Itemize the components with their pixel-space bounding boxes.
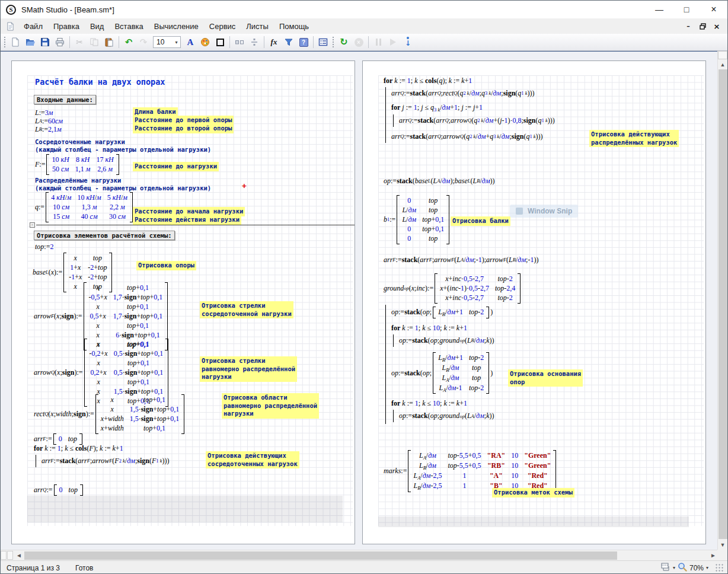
recalculate-button[interactable]: ↻ [337,35,351,49]
mdi-minimize-button[interactable]: – [682,21,694,31]
math-block[interactable]: op := stack(op; LB/дм+1top-2)for k := 1;… [384,303,494,424]
toolbar-grip[interactable] [4,36,7,48]
menu-item-2[interactable]: Вид [85,20,110,33]
chevron-down-icon[interactable]: ▾ [706,565,708,570]
ready-status: Готов [75,564,94,572]
insert-function-button[interactable]: fx [267,35,281,49]
document-icon[interactable] [6,22,15,31]
math-expression[interactable]: marks := LA/дмtop-5,5+0,5"RA"10"Green"LB… [384,450,557,492]
vertical-split-button[interactable] [718,51,727,59]
comment[interactable]: Отрисовка балки [451,216,510,226]
comment[interactable]: Отрисовка стрелкиравномерно распределённ… [200,356,297,382]
horizontal-scrollbar[interactable]: ◄ ► [1,550,719,560]
scroll-down-icon[interactable]: ▼ [718,540,727,550]
font-size-value[interactable]: 10 [154,38,173,46]
paste-button[interactable] [102,35,116,49]
menu-item-6[interactable]: Листы [241,20,274,33]
math-expression[interactable]: b1 := 0topL/дмtopL/дмtop+0,10top+0,10top [384,195,451,244]
resize-grip[interactable] [716,564,724,572]
menu-item-7[interactable]: Помощь [274,20,314,33]
menu-item-1[interactable]: Правка [48,20,85,33]
snap-button[interactable]: ↓ [401,35,415,49]
chevron-down-icon[interactable]: ▾ [673,565,675,570]
print-button[interactable] [53,35,67,49]
toolbar: ✂ ↶ ↷ 10 ▾ A fx ? ↻ × ↓ [1,34,727,51]
math-block[interactable]: for k := 1; k ≤ cols(F); k := k+1arrF :=… [34,444,169,467]
chevron-down-icon[interactable]: ▾ [173,40,180,45]
vertical-scrollbar-thumb[interactable] [719,69,727,539]
menu-item-5[interactable]: Сервис [204,20,241,33]
font-color-icon: A [187,37,194,47]
background-color-button[interactable] [198,35,212,49]
save-button[interactable] [38,35,52,49]
menu-item-4[interactable]: Вычисление [149,20,204,33]
units-toggle-button[interactable] [232,35,247,49]
matrix: LB/дм+1top-2LB/дмtopLA/дмtopLA/дм-1top-2 [433,352,489,394]
zoom-level[interactable]: 70% [689,564,704,572]
close-button[interactable]: × [700,1,727,18]
scroll-left-icon[interactable]: ◄ [14,550,24,560]
math-expression[interactable]: arrQ := 0top [34,484,84,496]
app-logo-icon: S [6,5,16,15]
document-page-1[interactable]: Расчёт балки на двух опорахВходные данны… [11,60,355,544]
math-block[interactable]: for k := 1; k ≤ cols(q); k := k+1arrQ :=… [384,76,555,143]
math-expression[interactable]: arrF := 0top [34,433,84,445]
menu-items: ФайлПравкаВидВставкаВычислениеСервисЛист… [18,20,314,33]
scroll-up-icon[interactable]: ▲ [718,59,727,69]
collapse-separator[interactable]: – [30,222,355,228]
math-expression[interactable]: q := 4 кН/м10 кН/м5 кН/м10 см1,3 м2,2 м1… [35,192,134,222]
mdi-close-button[interactable]: × [711,21,723,31]
page-title[interactable]: Расчёт балки на двух опорах [35,77,165,87]
mdi-restore-button[interactable] [697,21,708,31]
toolbar-grip[interactable] [332,36,335,48]
math-expression[interactable]: top := 2 [35,243,53,251]
comment[interactable]: Отрисовка действующихсосредоточенных наг… [206,451,299,468]
vertical-scrollbar[interactable]: ▲ ▼ [717,51,727,550]
help-box-button[interactable]: ? [296,35,311,49]
section-header[interactable]: Сосредоточенные нагрузки(каждый столбец … [35,138,211,154]
font-size-combobox[interactable]: 10 ▾ [153,36,181,48]
font-color-button[interactable]: A [183,35,197,49]
math-expression[interactable]: L := 3 м [35,109,53,117]
comment[interactable]: Расстояние до нагрузки [133,162,219,171]
screen-snip-ghost: Window Snip [510,205,578,218]
math-expression[interactable]: LA := 60 см [35,117,63,126]
horizontal-split-button[interactable] [1,551,7,560]
comment[interactable]: Отрисовка областиравномерно распределённ… [222,393,319,419]
horizontal-scrollbar-thumb[interactable] [24,551,617,560]
worksheet-canvas[interactable]: Расчёт балки на двух опорахВходные данны… [1,51,728,550]
math-expression[interactable]: LB := 2,1 м [35,125,62,134]
text-label[interactable]: Отрисовка элементов расчётной схемы: [34,231,175,240]
comment[interactable]: Отрисовка действующихраспределённых нагр… [589,130,679,147]
undo-button[interactable]: ↶ [122,35,136,49]
comment[interactable]: Отрисовка основанияопор [508,369,583,387]
math-expression[interactable]: rectQ(x; width; sign) := xtop+0,1x1,5·si… [34,394,186,434]
menu-item-3[interactable]: Вставка [109,20,148,33]
comment[interactable]: Отрисовка стрелкисосредоточенной нагрузк… [200,301,293,318]
math-expression[interactable]: F := 10 кН8 кН17 кН50 см1,1 м2,6 м [35,154,120,175]
comment[interactable]: Отрисовка опоры [136,261,196,270]
open-button[interactable] [23,35,37,49]
math-expression[interactable]: groundop(x; inc) := x+inc·0,5-2,7top-2x+… [384,273,522,304]
section-header[interactable]: Распределённые нагрузки(каждый столбец -… [35,177,211,192]
filter-button[interactable] [282,35,296,49]
text-label[interactable]: Входные данные: [34,95,96,104]
fraction-view-button[interactable] [247,35,261,49]
math-expression[interactable]: op := stack(baseL(LA/дм); baseL(LB/дм)) [384,177,495,186]
border-button[interactable] [213,35,227,49]
new-document-button[interactable] [8,35,23,49]
zoom-magnifier-icon[interactable] [678,562,687,573]
stop-icon: × [355,38,363,47]
description-button[interactable] [316,35,330,49]
redo-button: ↷ [136,35,151,49]
minimize-button[interactable]: — [646,1,673,18]
document-page-2[interactable]: for k := 1; k ≤ cols(q); k := k+1arrQ :=… [362,60,706,544]
comment[interactable]: Расстояние до второй опоры [133,124,234,133]
horizontal-split-button[interactable] [7,551,13,560]
maximize-button[interactable]: □ [673,1,700,18]
comment[interactable]: Отрисовка меток схемы [492,488,574,498]
math-expression[interactable]: arrF := stack(arrF; arrowF(LA/дм; -1); a… [384,256,538,264]
menu-item-0[interactable]: Файл [18,20,48,33]
pause-icon [376,39,381,46]
page-layout-icon[interactable] [661,563,670,573]
